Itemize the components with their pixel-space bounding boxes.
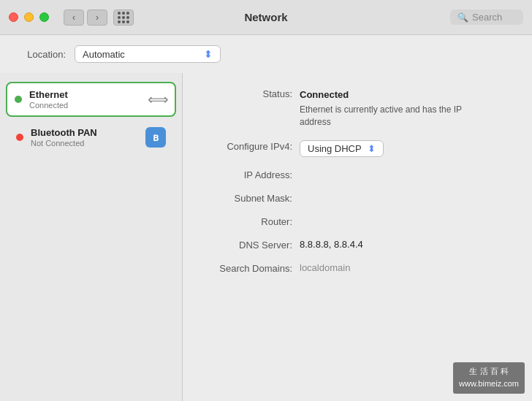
- dns-server-value: 8.8.8.8, 8.8.4.4: [300, 239, 363, 250]
- configure-ipv4-label: Configure IPv4:: [205, 140, 300, 152]
- window-title: Network: [244, 11, 287, 23]
- location-select[interactable]: Automatic ⬍: [75, 45, 221, 63]
- configure-ipv4-row: Configure IPv4: Using DHCP ⬍: [205, 140, 510, 157]
- location-bar: Location: Automatic ⬍: [0, 35, 532, 73]
- bluetooth-pan-name: Bluetooth PAN: [31, 127, 145, 138]
- main-panel: Ethernet Connected ⟺ Bluetooth PAN Not C…: [0, 73, 532, 401]
- search-domains-row: Search Domains: localdomain: [205, 262, 510, 274]
- ethernet-arrows-icon: ⟺: [148, 91, 167, 108]
- configure-ipv4-select[interactable]: Using DHCP ⬍: [300, 140, 384, 157]
- ethernet-name: Ethernet: [29, 89, 148, 100]
- ip-address-label: IP Address:: [205, 169, 300, 180]
- status-dot-ethernet: [15, 96, 22, 103]
- status-description: Ethernet is currently active and has the…: [300, 104, 490, 129]
- content-area: Location: Automatic ⬍ Ethernet Connected…: [0, 35, 532, 401]
- forward-button[interactable]: ›: [87, 9, 107, 26]
- search-bar[interactable]: 🔍 Search: [450, 9, 523, 25]
- search-placeholder: Search: [472, 12, 502, 23]
- search-domains-label: Search Domains:: [205, 262, 300, 274]
- configure-ipv4-value: Using DHCP: [308, 143, 362, 154]
- configure-ipv4-arrow-icon: ⬍: [368, 143, 376, 154]
- watermark-line2: www.bimeiz.com: [459, 378, 519, 391]
- bluetooth-pan-info: Bluetooth PAN Not Connected: [31, 127, 145, 148]
- back-button[interactable]: ‹: [64, 9, 84, 26]
- nav-buttons: ‹ ›: [64, 9, 134, 26]
- subnet-mask-label: Subnet Mask:: [205, 192, 300, 204]
- dns-server-row: DNS Server: 8.8.8.8, 8.8.4.4: [205, 239, 510, 251]
- ip-address-row: IP Address:: [205, 169, 510, 180]
- bluetooth-icon: ʙ: [145, 127, 166, 148]
- location-label: Location:: [15, 49, 66, 60]
- sidebar-item-ethernet[interactable]: Ethernet Connected ⟺: [6, 82, 176, 117]
- sidebar-item-bluetooth-pan[interactable]: Bluetooth PAN Not Connected ʙ: [6, 120, 176, 155]
- sidebar: Ethernet Connected ⟺ Bluetooth PAN Not C…: [0, 73, 183, 401]
- grid-button[interactable]: [113, 9, 134, 26]
- close-button[interactable]: [9, 12, 18, 22]
- location-value: Automatic: [83, 49, 125, 60]
- grid-icon: [118, 12, 129, 23]
- title-bar: ‹ › Network 🔍 Search: [0, 0, 532, 35]
- watermark-line1: 生 活 百 科: [459, 365, 519, 378]
- select-arrow-icon: ⬍: [204, 48, 213, 60]
- window-controls: [9, 12, 49, 22]
- router-row: Router:: [205, 215, 510, 227]
- status-label: Status:: [205, 88, 300, 99]
- status-dot-bluetooth: [16, 134, 23, 141]
- status-value: Connected: [300, 89, 349, 100]
- dns-server-label: DNS Server:: [205, 239, 300, 251]
- watermark: 生 活 百 科 www.bimeiz.com: [453, 362, 525, 394]
- ethernet-status: Connected: [29, 101, 148, 110]
- maximize-button[interactable]: [39, 12, 49, 22]
- bluetooth-pan-status: Not Connected: [31, 139, 145, 148]
- search-domains-value: localdomain: [300, 262, 350, 273]
- router-label: Router:: [205, 215, 300, 227]
- ethernet-info: Ethernet Connected: [29, 89, 148, 110]
- minimize-button[interactable]: [24, 12, 34, 22]
- search-icon: 🔍: [457, 12, 468, 23]
- detail-panel: Status: Connected Ethernet is currently …: [183, 73, 532, 401]
- status-field-row: Status: Connected Ethernet is currently …: [205, 88, 510, 129]
- subnet-mask-row: Subnet Mask:: [205, 192, 510, 204]
- status-value-group: Connected Ethernet is currently active a…: [300, 88, 490, 129]
